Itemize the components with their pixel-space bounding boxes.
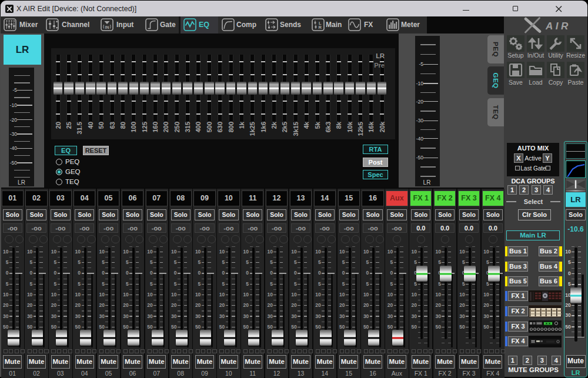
svg-text:AIR: AIR [545,21,571,32]
svg-text:R: R [319,25,322,30]
svg-text:IN: IN [105,25,109,29]
